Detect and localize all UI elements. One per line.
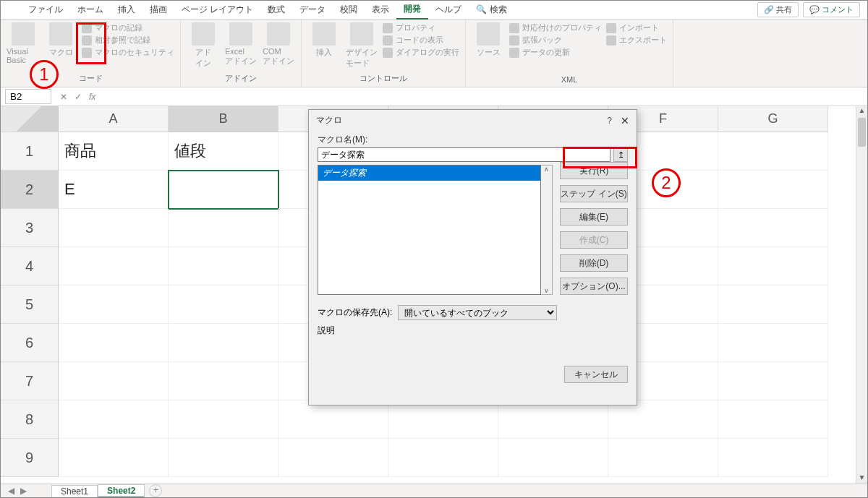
- ribbon-group-xml: ソース 対応付けのプロパティ 拡張パック データの更新 インポート エクスポート…: [466, 20, 673, 87]
- run-dialog-button[interactable]: ダイアログの実行: [383, 47, 459, 58]
- search-tab[interactable]: 🔍 検索: [469, 1, 514, 19]
- tab-formulas[interactable]: 数式: [260, 1, 292, 19]
- delete-button[interactable]: 削除(D): [560, 254, 628, 272]
- expansion-pack-button[interactable]: 拡張パック: [509, 35, 602, 46]
- map-properties-button[interactable]: 対応付けのプロパティ: [509, 22, 602, 33]
- sheet-tab-sheet2[interactable]: Sheet2: [98, 484, 145, 498]
- vertical-scrollbar[interactable]: ▲ ▼: [856, 106, 867, 485]
- cancel-button[interactable]: キャンセル: [564, 366, 628, 383]
- create-button[interactable]: 作成(C): [560, 231, 628, 249]
- ribbon-group-addins: アド イン Excel アドイン COM アドイン アドイン: [181, 20, 302, 87]
- row-header-6[interactable]: 6: [1, 324, 59, 362]
- dialog-title: マクロ: [316, 114, 607, 126]
- group-label-addins: アドイン: [187, 72, 295, 87]
- sheet-nav-prev-icon[interactable]: ◀: [8, 486, 14, 496]
- step-in-button[interactable]: ステップ イン(S): [560, 185, 628, 202]
- cell-a1[interactable]: 商品: [59, 132, 169, 171]
- col-header-b[interactable]: B: [169, 106, 278, 132]
- formula-bar: ✕ ✓ fx: [1, 87, 867, 106]
- sheet-tab-bar: ◀ ▶ Sheet1 Sheet2 +: [1, 484, 867, 497]
- row-header-4[interactable]: 4: [1, 247, 59, 286]
- cell-b1[interactable]: 値段: [169, 132, 278, 171]
- cell-b2[interactable]: [169, 171, 278, 209]
- group-label-xml: XML: [472, 74, 667, 87]
- tab-home[interactable]: ホーム: [70, 1, 111, 19]
- cell-g1[interactable]: [718, 132, 828, 171]
- row-header-9[interactable]: 9: [1, 439, 59, 477]
- excel-addins-button[interactable]: Excel アドイン: [224, 22, 258, 66]
- annotation-box-2: [563, 147, 637, 168]
- fx-icon[interactable]: fx: [89, 92, 95, 102]
- refresh-data-button[interactable]: データの更新: [509, 47, 602, 58]
- cancel-formula-icon[interactable]: ✕: [60, 92, 67, 102]
- tab-file[interactable]: ファイル: [21, 1, 70, 19]
- tab-view[interactable]: 表示: [365, 1, 396, 19]
- design-mode-button[interactable]: デザイン モード: [345, 22, 378, 69]
- export-button[interactable]: エクスポート: [606, 35, 667, 46]
- annotation-circle-1: 1: [30, 60, 59, 89]
- enter-formula-icon[interactable]: ✓: [75, 92, 82, 102]
- group-label-controls: コントロール: [307, 72, 459, 87]
- sheet-nav-next-icon[interactable]: ▶: [20, 486, 27, 496]
- annotation-box-1: [76, 22, 106, 64]
- cell-g2[interactable]: [718, 171, 828, 209]
- tab-developer[interactable]: 開発: [396, 0, 428, 20]
- tab-layout[interactable]: ページ レイアウト: [174, 1, 260, 19]
- scroll-up-icon[interactable]: ▲: [856, 106, 867, 118]
- macro-name-label: マクロ名(M):: [318, 134, 628, 146]
- search-label: 検索: [490, 4, 507, 14]
- com-addins-button[interactable]: COM アドイン: [262, 22, 295, 66]
- visual-basic-button[interactable]: Visual Basic: [7, 22, 40, 64]
- add-sheet-button[interactable]: +: [149, 484, 162, 497]
- edit-button[interactable]: 編集(E): [560, 208, 628, 226]
- select-all-corner[interactable]: [1, 106, 59, 132]
- tab-help[interactable]: ヘルプ: [428, 1, 469, 19]
- dialog-help-button[interactable]: ?: [607, 116, 612, 126]
- save-in-select[interactable]: 開いているすべてのブック: [398, 305, 557, 320]
- row-header-2[interactable]: 2: [1, 171, 59, 209]
- properties-button[interactable]: プロパティ: [383, 22, 459, 33]
- scroll-thumb[interactable]: [858, 118, 866, 147]
- formula-input[interactable]: [104, 95, 867, 98]
- row-header-3[interactable]: 3: [1, 209, 59, 247]
- col-header-g[interactable]: G: [718, 106, 828, 132]
- options-button[interactable]: オプション(O)...: [560, 278, 628, 295]
- macro-list-item[interactable]: データ探索: [318, 166, 540, 181]
- import-button[interactable]: インポート: [606, 22, 667, 33]
- addins-button[interactable]: アド イン: [187, 22, 220, 69]
- description-label: 説明: [318, 325, 628, 337]
- ribbon-group-controls: 挿入 デザイン モード プロパティ コードの表示 ダイアログの実行 コントロール: [302, 20, 466, 87]
- col-header-a[interactable]: A: [59, 106, 169, 132]
- macro-list-scrollbar[interactable]: ∧∨: [541, 165, 553, 295]
- cell-a2[interactable]: E: [59, 171, 169, 209]
- macro-button[interactable]: マクロ: [44, 22, 77, 58]
- row-header-7[interactable]: 7: [1, 362, 59, 400]
- sheet-tab-sheet1[interactable]: Sheet1: [51, 485, 98, 497]
- tab-insert[interactable]: 挿入: [111, 1, 142, 19]
- comment-button[interactable]: 💬 コメント: [803, 2, 860, 17]
- name-box[interactable]: [5, 89, 51, 104]
- xml-source-button[interactable]: ソース: [472, 22, 505, 58]
- row-header-8[interactable]: 8: [1, 400, 59, 439]
- ribbon-tabs: ファイル ホーム 挿入 描画 ページ レイアウト 数式 データ 校閲 表示 開発…: [1, 1, 867, 20]
- tab-review[interactable]: 校閲: [333, 1, 365, 19]
- dialog-close-button[interactable]: ✕: [621, 115, 629, 126]
- macro-list[interactable]: データ探索: [318, 165, 541, 295]
- save-in-label: マクロの保存先(A):: [318, 306, 392, 319]
- annotation-circle-2: 2: [652, 168, 681, 197]
- share-button[interactable]: 🔗 共有: [757, 2, 799, 17]
- row-header-5[interactable]: 5: [1, 286, 59, 324]
- tab-draw[interactable]: 描画: [142, 1, 174, 19]
- insert-control-button[interactable]: 挿入: [307, 22, 341, 58]
- tab-data[interactable]: データ: [292, 1, 333, 19]
- ribbon-body: Visual Basic マクロ マクロの記録 相対参照で記録 マクロのセキュリ…: [1, 20, 867, 87]
- row-header-1[interactable]: 1: [1, 132, 59, 171]
- view-code-button[interactable]: コードの表示: [383, 35, 459, 46]
